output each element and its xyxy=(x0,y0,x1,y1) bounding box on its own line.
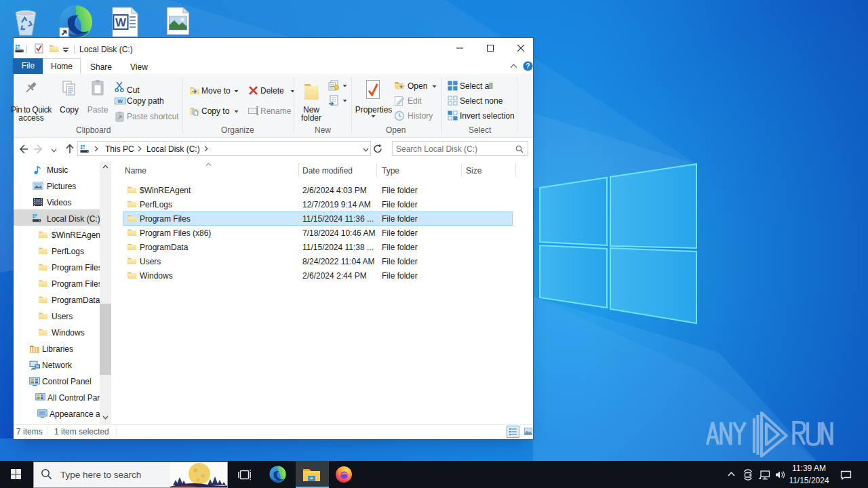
svg-text:W: W xyxy=(115,16,127,29)
svg-text:?: ? xyxy=(526,62,530,70)
svg-text:W: W xyxy=(117,98,123,104)
